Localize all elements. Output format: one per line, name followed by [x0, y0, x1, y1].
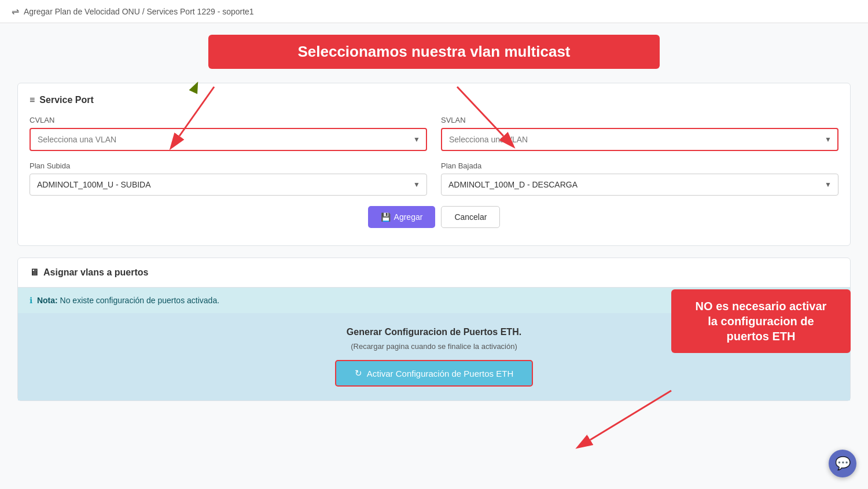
agregar-button[interactable]: 💾 Agregar — [368, 206, 436, 228]
service-port-section: ≡ Service Port CVLAN Selecciona una VLAN… — [17, 83, 851, 246]
wifi-icon: ⇌ — [12, 6, 19, 17]
chat-bubble[interactable]: 💬 — [829, 450, 856, 477]
plan-bajada-select[interactable]: ADMINOLT_100M_D - DESCARGA — [441, 174, 838, 196]
service-port-icon: ≡ — [30, 95, 35, 105]
svlan-label: SVLAN — [441, 116, 838, 124]
plan-bajada-group: Plan Bajada ADMINOLT_100M_D - DESCARGA ▼ — [441, 161, 838, 196]
cvlan-select-wrapper: Selecciona una VLAN ▼ — [30, 128, 427, 151]
svlan-select-wrapper: Selecciona una VLAN ▼ — [441, 128, 838, 151]
nota-label: Nota: — [37, 296, 58, 305]
refresh-icon: ↻ — [355, 368, 362, 378]
save-icon: 💾 — [381, 212, 391, 222]
top-bar: ⇌ Agregar Plan de Velocidad ONU / Servic… — [0, 0, 868, 23]
info-icon: ℹ — [30, 296, 32, 305]
plan-subida-label: Plan Subida — [30, 161, 427, 170]
svlan-group: SVLAN Selecciona una VLAN ▼ — [441, 116, 838, 151]
svlan-select[interactable]: Selecciona una VLAN — [441, 128, 838, 151]
plan-subida-select[interactable]: ADMINOLT_100M_U - SUBIDA — [30, 174, 427, 196]
annotation-box-right: NO es necesario activar la configuracion… — [671, 289, 851, 353]
cancelar-button[interactable]: Cancelar — [441, 206, 500, 228]
plan-bajada-label: Plan Bajada — [441, 161, 838, 170]
cvlan-select[interactable]: Selecciona una VLAN — [30, 128, 427, 151]
activar-button[interactable]: ↻ Activar Configuración de Puertos ETH — [335, 360, 533, 387]
asignar-vlans-title: 🖥 Asignar vlans a puertos — [18, 258, 850, 288]
nota-text: No existe configuración de puertos activ… — [60, 296, 220, 305]
cvlan-group: CVLAN Selecciona una VLAN ▼ — [30, 116, 427, 151]
annotation-banner: Seleccionamos nuestra vlan multicast — [208, 35, 660, 69]
breadcrumb: Agregar Plan de Velocidad ONU / Services… — [24, 7, 254, 16]
plan-subida-select-wrapper: ADMINOLT_100M_U - SUBIDA ▼ — [30, 174, 427, 196]
plan-subida-group: Plan Subida ADMINOLT_100M_U - SUBIDA ▼ — [30, 161, 427, 196]
service-port-title: ≡ Service Port — [30, 95, 838, 105]
plan-bajada-select-wrapper: ADMINOLT_100M_D - DESCARGA ▼ — [441, 174, 838, 196]
asignar-icon: 🖥 — [30, 267, 39, 278]
cvlan-label: CVLAN — [30, 116, 427, 124]
chat-icon: 💬 — [835, 456, 851, 471]
